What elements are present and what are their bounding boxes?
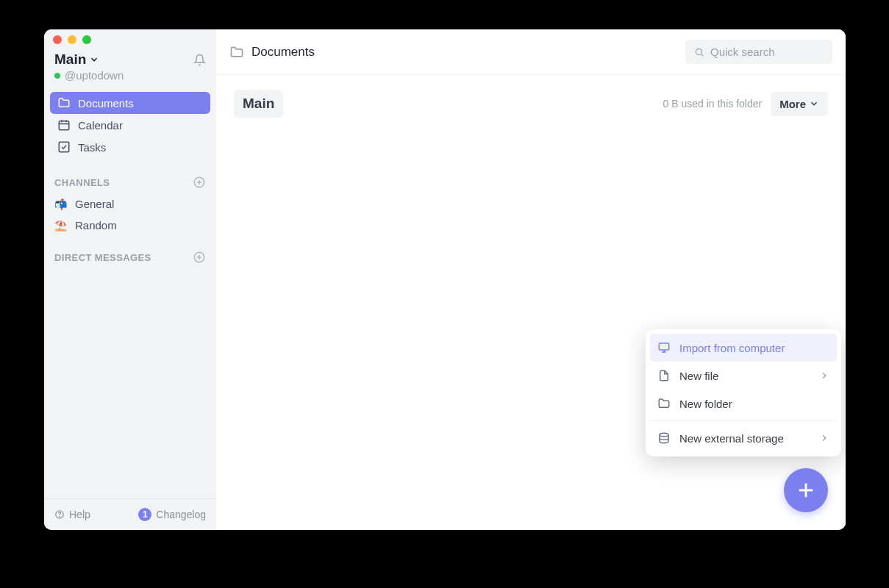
svg-point-13 [696,49,701,54]
plus-icon [796,480,816,501]
chevron-down-icon [89,54,99,65]
minimize-window-button[interactable] [68,35,76,44]
workspace-name-label: Main [54,51,86,68]
app-window: Main @uptodown Documents Calend [44,29,846,530]
more-label: More [779,98,806,110]
menu-item-label: New folder [679,398,732,410]
folder-title[interactable]: Main [234,90,283,118]
add-channel-button[interactable] [193,176,206,189]
channel-label: Random [75,219,117,232]
changelog-badge: 1 [138,508,151,521]
add-dm-button[interactable] [193,251,206,264]
calendar-icon [57,118,71,132]
channel-label: General [75,198,114,210]
menu-import-from-computer[interactable]: Import from computer [650,334,837,362]
presence-indicator [54,73,60,79]
channels-header: CHANNELS [44,161,216,193]
folder-icon [57,96,71,110]
workspace-handle: @uptodown [44,69,216,89]
channel-emoji: 📬 [54,198,68,210]
topbar: Documents [216,29,846,75]
menu-item-label: New file [679,370,718,382]
menu-new-external-storage[interactable]: New external storage [650,424,837,452]
chevron-right-icon [819,370,829,381]
nav-label: Tasks [78,141,106,154]
svg-rect-4 [59,142,69,152]
nav-label: Documents [78,97,134,110]
bell-icon [193,54,206,66]
help-label: Help [69,509,90,520]
svg-rect-15 [659,343,669,350]
menu-item-label: Import from computer [679,342,785,354]
channel-general[interactable]: 📬 General [44,193,216,215]
menu-item-label: New external storage [679,432,784,445]
maximize-window-button[interactable] [82,35,91,44]
window-controls [44,29,216,47]
dm-header: DIRECT MESSAGES [44,236,216,268]
more-button[interactable]: More [771,92,828,116]
breadcrumb[interactable]: Documents [229,45,315,60]
workspace-handle-label: @uptodown [65,69,124,82]
plus-circle-icon [193,251,206,264]
main-area: Documents Main 0 B used in this folder M… [216,29,846,530]
help-icon [54,509,65,520]
nav-documents[interactable]: Documents [50,92,210,114]
folder-icon [657,397,671,410]
menu-new-folder[interactable]: New folder [650,390,837,417]
create-menu: Import from computer New file New folder [646,329,841,456]
svg-rect-0 [59,121,69,130]
check-square-icon [57,140,71,154]
notifications-button[interactable] [193,54,206,66]
dm-header-label: DIRECT MESSAGES [54,252,151,263]
workspace-switcher[interactable]: Main [54,51,99,68]
svg-point-12 [60,517,60,517]
search-icon [694,46,704,58]
nav-calendar[interactable]: Calendar [50,114,210,136]
nav-tasks[interactable]: Tasks [50,136,210,158]
menu-divider [650,420,837,421]
breadcrumb-label: Documents [251,45,315,60]
menu-new-file[interactable]: New file [650,362,837,390]
plus-circle-icon [193,176,206,189]
channel-emoji: ⛱️ [54,220,68,232]
sidebar: Main @uptodown Documents Calend [44,29,216,530]
close-window-button[interactable] [53,35,62,44]
create-fab[interactable] [784,468,828,512]
search-input[interactable] [710,46,824,58]
help-button[interactable]: Help [54,509,90,520]
storage-usage-text: 0 B used in this folder [663,98,763,110]
folder-icon [229,45,244,60]
search-box[interactable] [685,40,832,64]
changelog-button[interactable]: 1 Changelog [138,508,206,521]
database-icon [657,431,671,445]
file-icon [657,369,671,382]
monitor-icon [657,341,671,354]
changelog-label: Changelog [156,509,206,520]
chevron-right-icon [819,433,829,443]
chevron-down-icon [809,98,819,109]
channels-header-label: CHANNELS [54,177,110,188]
svg-point-18 [660,433,668,437]
nav-label: Calendar [78,119,123,132]
channel-random[interactable]: ⛱️ Random [44,215,216,236]
svg-line-14 [701,54,704,56]
